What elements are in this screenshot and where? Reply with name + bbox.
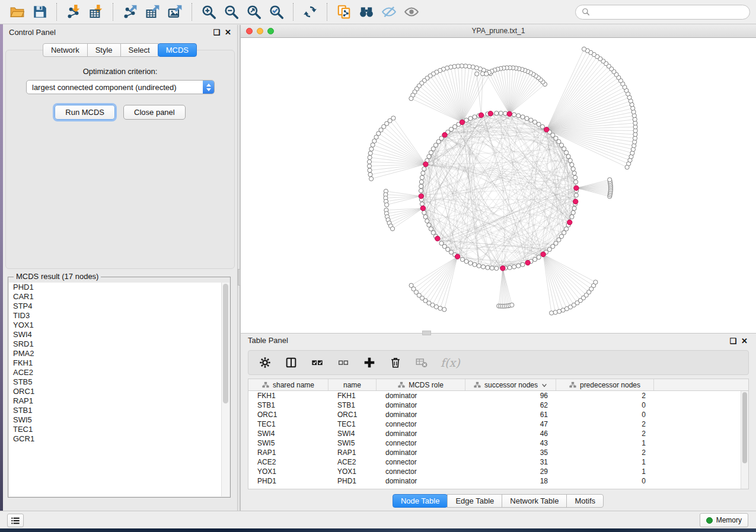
table-row[interactable]: YOX1YOX1connector291	[248, 467, 748, 476]
clone-network-icon[interactable]	[334, 3, 353, 21]
tab-network[interactable]: Network	[43, 43, 88, 57]
network-node[interactable]	[564, 150, 569, 155]
network-node[interactable]	[512, 113, 516, 117]
network-node[interactable]	[533, 257, 537, 261]
close-panel-button[interactable]: Close panel	[123, 105, 186, 120]
dominator-node[interactable]	[420, 206, 425, 210]
leaf-node[interactable]	[368, 168, 372, 172]
run-mcds-button[interactable]: Run MCDS	[55, 105, 115, 120]
mcds-result-item[interactable]: SWI5	[9, 415, 222, 425]
column-header-name[interactable]: name	[328, 379, 377, 390]
dominator-node[interactable]	[488, 111, 493, 116]
network-node[interactable]	[568, 158, 572, 162]
mcds-result-item[interactable]: ACE2	[9, 368, 222, 377]
tab-style[interactable]: Style	[87, 43, 121, 57]
network-canvas[interactable]	[241, 37, 755, 332]
dominator-node[interactable]	[541, 252, 546, 257]
zoom-selected-icon[interactable]	[267, 3, 286, 21]
leaf-node[interactable]	[368, 155, 372, 159]
dominator-node[interactable]	[567, 220, 572, 225]
import-table-icon[interactable]	[87, 3, 106, 21]
mcds-result-item[interactable]: STB5	[9, 377, 222, 387]
network-node[interactable]	[516, 264, 521, 268]
dominator-node[interactable]	[455, 254, 460, 259]
network-node[interactable]	[572, 206, 576, 210]
network-node[interactable]	[516, 114, 521, 118]
first-neighbors-icon[interactable]	[357, 3, 376, 21]
leaf-node[interactable]	[367, 160, 371, 164]
show-all-icon[interactable]	[402, 3, 421, 21]
network-node[interactable]	[521, 262, 525, 267]
network-node[interactable]	[468, 261, 473, 265]
dominator-node[interactable]	[423, 162, 428, 166]
close-table-panel-icon[interactable]: ✕	[741, 336, 748, 346]
leaf-node[interactable]	[550, 311, 554, 315]
column-header-successor-nodes[interactable]: successor nodes	[465, 379, 556, 390]
mcds-result-item[interactable]: TID3	[9, 311, 222, 321]
network-node[interactable]	[529, 118, 533, 122]
table-row[interactable]: ACE2ACE2connector311	[248, 457, 748, 467]
network-node[interactable]	[571, 167, 575, 171]
hide-selected-icon[interactable]	[379, 3, 398, 21]
column-header-shared-name[interactable]: shared name	[248, 379, 328, 390]
zoom-in-icon[interactable]	[199, 3, 218, 21]
show-columns-icon[interactable]	[284, 355, 298, 370]
network-node[interactable]	[422, 167, 426, 171]
network-node[interactable]	[464, 259, 468, 264]
refresh-icon[interactable]	[301, 3, 320, 21]
leaf-node[interactable]	[510, 303, 514, 307]
mcds-result-item[interactable]: CAR1	[9, 292, 222, 302]
leaf-node[interactable]	[608, 178, 612, 182]
network-node[interactable]	[429, 227, 433, 231]
table-row[interactable]: SWI5SWI5connector431	[248, 438, 748, 448]
tab-network-table[interactable]: Network Table	[502, 494, 567, 508]
network-node[interactable]	[429, 150, 433, 155]
table-row[interactable]: PHD1PHD1dominator180	[248, 476, 748, 486]
table-row[interactable]: ORC1ORC1dominator610	[248, 410, 748, 419]
criterion-select[interactable]: largest connected component (undirected)	[26, 80, 215, 94]
network-node[interactable]	[571, 210, 575, 214]
table-scrollbar-thumb[interactable]	[742, 392, 747, 463]
export-network-icon[interactable]	[120, 3, 139, 21]
network-node[interactable]	[473, 262, 477, 267]
import-network-icon[interactable]	[64, 3, 83, 21]
network-node[interactable]	[512, 265, 516, 269]
table-row[interactable]: SWI4SWI4dominator462	[248, 429, 748, 438]
network-node[interactable]	[427, 223, 431, 227]
tab-mcds[interactable]: MCDS	[158, 43, 197, 57]
table-row[interactable]: STB1STB1dominator620	[248, 400, 748, 410]
network-node[interactable]	[477, 264, 481, 268]
network-node[interactable]	[468, 116, 473, 120]
float-table-panel-icon[interactable]: ❑	[729, 336, 736, 346]
dominator-node[interactable]	[544, 127, 549, 132]
dominator-node[interactable]	[460, 120, 464, 124]
open-file-icon[interactable]	[8, 3, 27, 21]
network-node[interactable]	[419, 180, 423, 184]
dominator-node[interactable]	[574, 185, 579, 190]
dominator-node[interactable]	[435, 236, 440, 241]
export-image-icon[interactable]	[165, 3, 184, 21]
network-node[interactable]	[537, 122, 541, 126]
network-node[interactable]	[420, 202, 424, 206]
memory-button[interactable]: Memory	[700, 513, 748, 527]
network-node[interactable]	[431, 147, 435, 151]
network-node[interactable]	[495, 266, 499, 270]
mcds-result-item[interactable]: TEC1	[9, 425, 222, 434]
network-node[interactable]	[419, 188, 423, 193]
dominator-node[interactable]	[573, 199, 578, 204]
network-node[interactable]	[521, 115, 525, 119]
mcds-result-item[interactable]: SWI4	[9, 330, 222, 339]
float-panel-icon[interactable]: ❑	[213, 28, 220, 37]
network-node[interactable]	[419, 184, 423, 188]
leaf-node[interactable]	[369, 177, 374, 181]
horizontal-split-handle[interactable]	[422, 331, 431, 335]
network-node[interactable]	[570, 214, 574, 219]
network-node[interactable]	[425, 219, 429, 223]
mcds-result-item[interactable]: SRD1	[9, 339, 222, 349]
leaf-node[interactable]	[385, 203, 389, 207]
tab-edge-table[interactable]: Edge Table	[447, 494, 502, 508]
network-node[interactable]	[499, 111, 503, 116]
network-node[interactable]	[525, 116, 529, 120]
network-node[interactable]	[564, 227, 569, 231]
export-table-icon[interactable]	[143, 3, 162, 21]
